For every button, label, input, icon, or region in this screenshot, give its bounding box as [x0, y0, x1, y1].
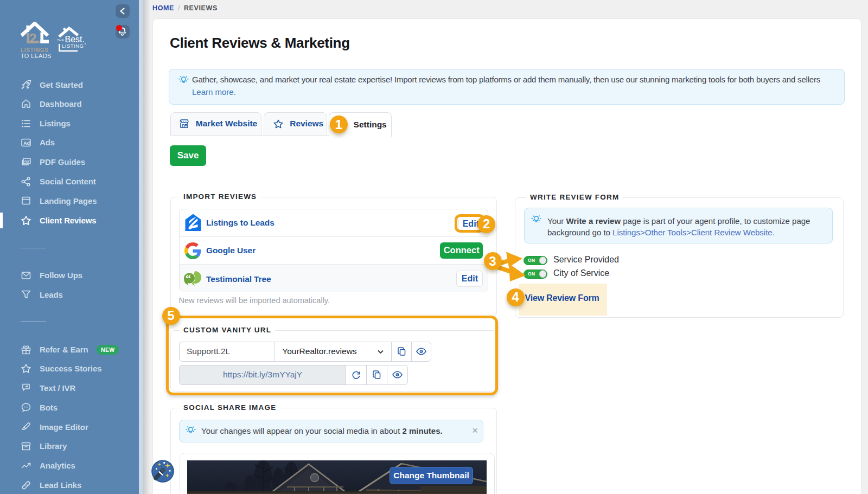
svg-text:TO LEADS: TO LEADS [21, 53, 52, 59]
svg-text:THE: THE [57, 39, 64, 42]
svg-text:2: 2 [29, 31, 37, 46]
svg-text:“: “ [186, 273, 191, 285]
svg-text:LISTING: LISTING [62, 43, 84, 49]
svg-text:Best.: Best. [65, 35, 85, 44]
svg-text:Ad: Ad [23, 140, 30, 145]
svg-text:PDF: PDF [24, 159, 30, 163]
